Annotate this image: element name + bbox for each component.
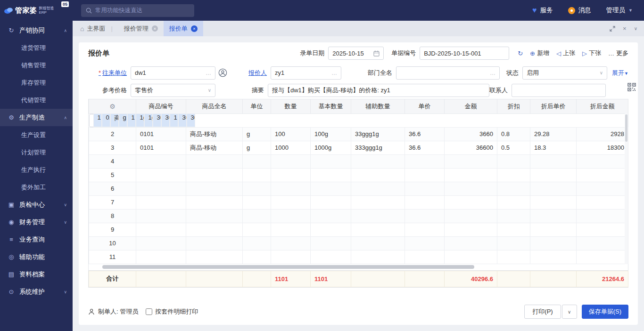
horizontal-scrollbar-thumb[interactable]	[102, 265, 474, 269]
table-row[interactable]: 10	[89, 236, 628, 250]
table-cell[interactable]	[311, 154, 351, 168]
table-cell[interactable]: 4	[89, 154, 136, 168]
table-cell[interactable]	[530, 250, 577, 264]
refresh-button[interactable]: ↻	[518, 50, 523, 57]
sidebar-group-6[interactable]: ◎辅助功能	[0, 248, 73, 266]
table-cell[interactable]: 0.8	[497, 127, 530, 141]
table-cell[interactable]: 29.28	[530, 127, 577, 141]
table-cell[interactable]	[186, 195, 243, 209]
table-cell[interactable]	[311, 195, 351, 209]
add-button[interactable]: ⊕新增	[530, 49, 549, 57]
table-cell[interactable]	[445, 236, 497, 250]
table-cell[interactable]	[311, 168, 351, 182]
sidebar-item-2-4[interactable]: 委外加工	[0, 178, 73, 196]
table-cell[interactable]	[577, 223, 628, 236]
table-cell[interactable]: 36.6	[161, 113, 170, 127]
sidebar-group-7[interactable]: ▤资料档案	[0, 266, 73, 283]
table-cell[interactable]	[186, 223, 243, 236]
table-row[interactable]: 9	[89, 223, 628, 236]
table-cell[interactable]: 1000g	[311, 141, 351, 154]
table-cell[interactable]: 商品-移动	[186, 127, 243, 141]
status-select[interactable]: 启用 ∨	[522, 66, 607, 80]
table-cell[interactable]	[405, 250, 445, 264]
table-cell[interactable]	[243, 209, 271, 223]
table-cell[interactable]	[530, 182, 577, 195]
table-cell[interactable]	[530, 168, 577, 182]
table-cell[interactable]: 36600	[445, 141, 497, 154]
doc-no-input[interactable]	[424, 50, 505, 57]
quoter-input[interactable]	[275, 69, 330, 76]
table-cell[interactable]	[405, 182, 445, 195]
table-cell[interactable]	[405, 195, 445, 209]
table-cell[interactable]: 3660	[445, 127, 497, 141]
table-cell[interactable]	[577, 195, 628, 209]
table-cell[interactable]	[271, 209, 311, 223]
table-cell[interactable]	[530, 223, 577, 236]
entry-date-field[interactable]	[328, 47, 384, 60]
save-button[interactable]: 保存单据(S)	[582, 305, 628, 319]
table-cell[interactable]: 0101	[102, 113, 110, 127]
table-cell[interactable]	[243, 182, 271, 195]
sidebar-item-1-4[interactable]: 代销管理	[0, 91, 73, 109]
table-cell[interactable]	[351, 154, 405, 168]
quoter-field[interactable]: …	[271, 66, 341, 80]
table-cell[interactable]	[351, 223, 405, 236]
table-cell[interactable]: 商品-移动	[186, 141, 243, 154]
table-cell[interactable]: 8	[89, 209, 136, 223]
sidebar-group-1[interactable]: ↻产销协同∧	[0, 22, 73, 39]
table-cell[interactable]	[577, 250, 628, 264]
entry-date-input[interactable]	[332, 50, 373, 57]
table-cell[interactable]: 33ggg1g	[351, 127, 405, 141]
sidebar-item-2-3[interactable]: 生产执行	[0, 161, 73, 178]
table-cell[interactable]	[530, 209, 577, 223]
table-cell[interactable]	[445, 195, 497, 209]
table-cell[interactable]	[577, 154, 628, 168]
dept-field[interactable]: …	[396, 66, 500, 80]
doc-no-field[interactable]	[420, 47, 509, 60]
table-row[interactable]: 11	[89, 250, 628, 264]
sidebar-group-2[interactable]: ⚙生产制造∧	[0, 109, 73, 126]
table-cell[interactable]	[351, 250, 405, 264]
print-detail-option[interactable]: 按套件明细打印	[146, 307, 198, 316]
quick-search[interactable]	[81, 4, 194, 17]
table-cell[interactable]	[186, 182, 243, 195]
close-icon[interactable]: ×	[152, 25, 158, 32]
table-cell[interactable]	[271, 223, 311, 236]
message-menu[interactable]: 消息	[568, 6, 591, 15]
service-menu[interactable]: ♥ 服务	[532, 6, 553, 15]
table-cell[interactable]	[445, 250, 497, 264]
table-cell[interactable]: 0101	[136, 141, 186, 154]
table-cell[interactable]	[243, 223, 271, 236]
dept-input[interactable]	[400, 69, 488, 76]
table-cell[interactable]: 1000	[271, 141, 311, 154]
table-cell[interactable]	[405, 209, 445, 223]
table-cell[interactable]	[136, 182, 186, 195]
table-cell[interactable]: 2928	[577, 127, 628, 141]
table-cell[interactable]	[243, 195, 271, 209]
summary-input[interactable]	[272, 87, 485, 94]
table-cell[interactable]	[351, 182, 405, 195]
more-button[interactable]: …更多	[608, 49, 628, 57]
table-cell[interactable]: 3	[89, 141, 136, 154]
expand-window-icon[interactable]	[610, 26, 615, 32]
table-cell[interactable]	[311, 209, 351, 223]
table-cell[interactable]: 9	[89, 223, 136, 236]
table-cell[interactable]: 36.6	[405, 141, 445, 154]
table-cell[interactable]	[243, 250, 271, 264]
tab-quotation[interactable]: 报价单 ×	[164, 21, 203, 36]
table-cell[interactable]	[186, 209, 243, 223]
sidebar-group-4[interactable]: ◉财务管理∨	[0, 213, 73, 231]
table-cell[interactable]	[243, 168, 271, 182]
table-cell[interactable]	[271, 195, 311, 209]
calendar-icon[interactable]	[373, 50, 380, 57]
sidebar-item-1-3[interactable]: 库存管理	[0, 74, 73, 91]
table-cell[interactable]	[351, 236, 405, 250]
table-cell[interactable]	[271, 250, 311, 264]
table-cell[interactable]	[136, 195, 186, 209]
sidebar-group-5[interactable]: ≡业务查询	[0, 231, 73, 248]
user-menu[interactable]: 管理员 ▼	[606, 6, 633, 15]
quoter-label[interactable]: 报价人	[238, 69, 267, 77]
table-cell[interactable]	[271, 182, 311, 195]
table-cell[interactable]: 18.3	[530, 141, 577, 154]
table-row[interactable]: 5	[89, 168, 628, 182]
